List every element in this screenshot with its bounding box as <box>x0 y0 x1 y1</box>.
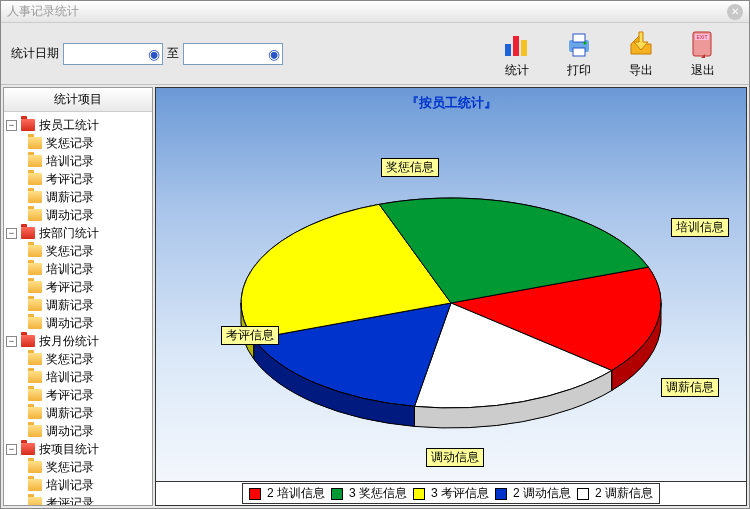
sidebar-header: 统计项目 <box>4 88 152 112</box>
date-to-input[interactable]: ◉ <box>183 43 283 65</box>
tree-collapse-icon[interactable]: − <box>6 228 17 239</box>
tree-item[interactable]: 考评记录 <box>28 170 150 188</box>
exit-button[interactable]: EXIT 退出 <box>687 28 719 79</box>
chart-title: 『按员工统计』 <box>156 94 746 112</box>
tree: −按员工统计奖惩记录培训记录考评记录调薪记录调动记录−按部门统计奖惩记录培训记录… <box>4 112 152 506</box>
date-range: 统计日期 ◉ 至 ◉ <box>11 43 283 65</box>
sidebar: 统计项目 −按员工统计奖惩记录培训记录考评记录调薪记录调动记录−按部门统计奖惩记… <box>3 87 153 506</box>
date-label: 统计日期 <box>11 45 59 62</box>
tree-item[interactable]: 调薪记录 <box>28 296 150 314</box>
tree-item[interactable]: 考评记录 <box>28 278 150 296</box>
legend-swatch <box>249 488 261 500</box>
tree-item-label: 考评记录 <box>46 279 94 296</box>
tree-group-row[interactable]: −按员工统计 <box>6 116 150 134</box>
folder-yellow-icon <box>28 353 42 365</box>
tree-group-label: 按部门统计 <box>39 225 99 242</box>
tree-collapse-icon[interactable]: − <box>6 336 17 347</box>
print-button[interactable]: 打印 <box>563 28 595 79</box>
tree-item[interactable]: 培训记录 <box>28 368 150 386</box>
tree-group-row[interactable]: −按部门统计 <box>6 224 150 242</box>
folder-red-icon <box>21 335 35 347</box>
spinner-icon[interactable]: ◉ <box>268 47 280 61</box>
export-button[interactable]: 导出 <box>625 28 657 79</box>
svg-rect-1 <box>513 36 519 56</box>
tree-item[interactable]: 培训记录 <box>28 260 150 278</box>
tree-group-label: 按员工统计 <box>39 117 99 134</box>
tree-item-label: 调薪记录 <box>46 189 94 206</box>
svg-rect-5 <box>573 48 585 56</box>
tree-item-label: 奖惩记录 <box>46 243 94 260</box>
tree-item-label: 考评记录 <box>46 171 94 188</box>
app-window: { "window": { "title": "人事记录统计" }, "tool… <box>0 0 750 509</box>
folder-yellow-icon <box>28 245 42 257</box>
spinner-icon[interactable]: ◉ <box>148 47 160 61</box>
tree-item-label: 考评记录 <box>46 387 94 404</box>
tree-item[interactable]: 培训记录 <box>28 152 150 170</box>
legend-text: 2 调动信息 <box>513 485 571 502</box>
tree-item[interactable]: 奖惩记录 <box>28 350 150 368</box>
stats-icon <box>501 28 533 60</box>
tree-item[interactable]: 奖惩记录 <box>28 242 150 260</box>
tree-item-label: 奖惩记录 <box>46 351 94 368</box>
folder-yellow-icon <box>28 389 42 401</box>
tree-collapse-icon[interactable]: − <box>6 120 17 131</box>
tree-item-label: 培训记录 <box>46 369 94 386</box>
svg-rect-0 <box>505 44 511 56</box>
tree-item-label: 奖惩记录 <box>46 135 94 152</box>
pie-label-review: 考评信息 <box>221 326 279 345</box>
tree-item[interactable]: 培训记录 <box>28 476 150 494</box>
pie-label-transfer: 调动信息 <box>426 448 484 467</box>
toolbar-buttons: 统计 打印 导出 EXIT 退出 <box>501 28 739 79</box>
folder-yellow-icon <box>28 371 42 383</box>
tree-item[interactable]: 调动记录 <box>28 314 150 332</box>
folder-yellow-icon <box>28 497 42 506</box>
folder-yellow-icon <box>28 461 42 473</box>
tree-item[interactable]: 调薪记录 <box>28 188 150 206</box>
tree-item[interactable]: 奖惩记录 <box>28 134 150 152</box>
content: 『按员工统计』 <box>155 87 747 506</box>
tree-group-row[interactable]: −按月份统计 <box>6 332 150 350</box>
legend-swatch <box>577 488 589 500</box>
tree-item-label: 考评记录 <box>46 495 94 507</box>
toolbar: 统计日期 ◉ 至 ◉ 统计 打印 <box>1 23 749 85</box>
pie-label-reward: 奖惩信息 <box>381 158 439 177</box>
svg-rect-4 <box>573 34 585 42</box>
tree-item[interactable]: 调动记录 <box>28 422 150 440</box>
titlebar: 人事记录统计 ✕ <box>1 1 749 23</box>
legend-swatch <box>331 488 343 500</box>
legend-text: 3 考评信息 <box>431 485 489 502</box>
svg-rect-2 <box>521 40 527 56</box>
folder-yellow-icon <box>28 137 42 149</box>
tree-item-label: 调薪记录 <box>46 405 94 422</box>
folder-red-icon <box>21 443 35 455</box>
folder-yellow-icon <box>28 281 42 293</box>
tree-collapse-icon[interactable]: − <box>6 444 17 455</box>
pie-label-salary: 调薪信息 <box>661 378 719 397</box>
legend: 2 培训信息3 奖惩信息3 考评信息2 调动信息2 调薪信息 <box>155 482 747 506</box>
tree-group-label: 按项目统计 <box>39 441 99 458</box>
folder-yellow-icon <box>28 191 42 203</box>
folder-red-icon <box>21 119 35 131</box>
tree-item[interactable]: 考评记录 <box>28 386 150 404</box>
tree-item-label: 培训记录 <box>46 261 94 278</box>
tree-item-label: 调动记录 <box>46 423 94 440</box>
tree-item[interactable]: 奖惩记录 <box>28 458 150 476</box>
pie-svg <box>211 148 691 478</box>
tree-item[interactable]: 调动记录 <box>28 206 150 224</box>
window-title: 人事记录统计 <box>7 3 79 20</box>
legend-text: 3 奖惩信息 <box>349 485 407 502</box>
stats-button[interactable]: 统计 <box>501 28 533 79</box>
close-icon[interactable]: ✕ <box>727 4 743 20</box>
folder-yellow-icon <box>28 209 42 221</box>
to-label: 至 <box>167 45 179 62</box>
tree-item[interactable]: 调薪记录 <box>28 404 150 422</box>
tree-group-row[interactable]: −按项目统计 <box>6 440 150 458</box>
tree-item-label: 奖惩记录 <box>46 459 94 476</box>
folder-yellow-icon <box>28 425 42 437</box>
tree-item[interactable]: 考评记录 <box>28 494 150 506</box>
folder-yellow-icon <box>28 299 42 311</box>
date-from-input[interactable]: ◉ <box>63 43 163 65</box>
export-icon <box>625 28 657 60</box>
legend-swatch <box>495 488 507 500</box>
legend-swatch <box>413 488 425 500</box>
